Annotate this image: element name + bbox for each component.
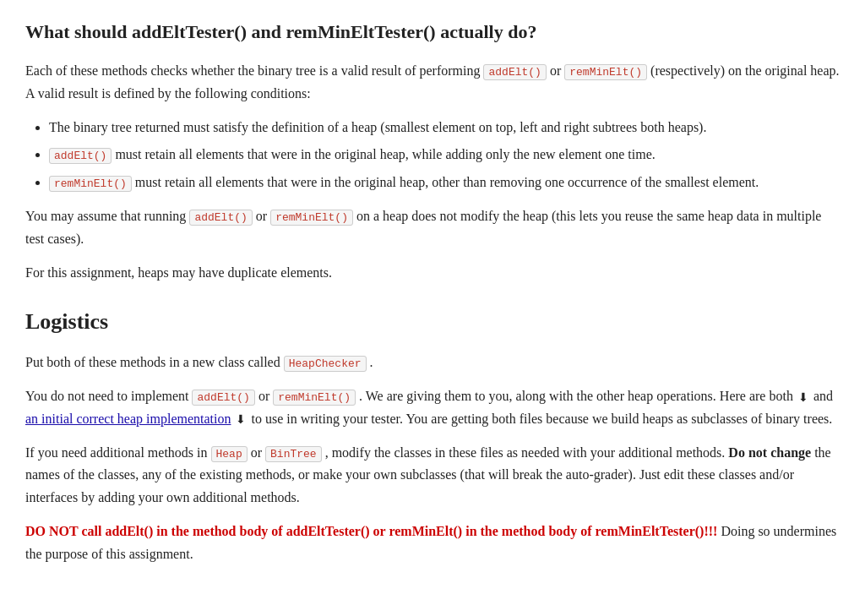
duplicate-text: For this assignment, heaps may have dupl… xyxy=(25,265,332,280)
conditions-list: The binary tree returned must satisfy th… xyxy=(49,117,840,194)
remminelt-code-1: remMinElt() xyxy=(564,64,647,80)
condition-2-text: must retain all elements that were in th… xyxy=(115,147,655,161)
logistics-heading: Logistics xyxy=(25,304,840,340)
logistics-p3-or: or xyxy=(251,445,265,460)
assume-or: or xyxy=(256,209,270,223)
logistics-p2-pre: You do not need to implement xyxy=(25,389,188,403)
page-heading: What should addEltTester() and remMinElt… xyxy=(25,17,840,46)
remminelt-code-bullet: remMinElt() xyxy=(49,176,132,192)
logistics-p3-pre: If you need additional methods in xyxy=(25,445,208,460)
heapchecker-code: HeapChecker xyxy=(284,356,367,372)
intro-text: Each of these methods checks whether the… xyxy=(25,63,480,78)
bintree-code: BinTree xyxy=(265,446,322,462)
condition-item-1: The binary tree returned must satisfy th… xyxy=(49,117,840,139)
download-icon-1: ⬇ xyxy=(798,388,808,407)
heap-implementation-link[interactable]: an initial correct heap implementation xyxy=(25,412,231,426)
addelt-code-assume: addElt() xyxy=(189,210,252,226)
condition-item-2: addElt() must retain all elements that w… xyxy=(49,144,840,166)
intro-paragraph: Each of these methods checks whether the… xyxy=(25,60,840,105)
logistics-paragraph-2: You do not need to implement addElt() or… xyxy=(25,385,840,430)
logistics-p2-mid: . We are giving them to you, along with … xyxy=(359,389,793,403)
addelt-code-bullet: addElt() xyxy=(49,148,112,164)
condition-1-text: The binary tree returned must satisfy th… xyxy=(49,120,706,134)
logistics-p2-post: to use in writing your tester. You are g… xyxy=(251,412,832,426)
logistics-paragraph-3: If you need additional methods in Heap o… xyxy=(25,442,840,509)
condition-3-text: must retain all elements that were in th… xyxy=(135,175,759,189)
remminelt-code-assume: remMinElt() xyxy=(270,210,353,226)
heap-code: Heap xyxy=(211,446,248,462)
download-icon-2: ⬇ xyxy=(236,410,246,429)
warning-bold-text: DO NOT call addElt() in the method body … xyxy=(25,524,717,538)
assume-paragraph: You may assume that running addElt() or … xyxy=(25,205,840,250)
logistics-p1-post: . xyxy=(370,355,373,369)
assume-text-1: You may assume that running xyxy=(25,209,186,223)
addelt-code-1: addElt() xyxy=(483,64,546,80)
duplicate-paragraph: For this assignment, heaps may have dupl… xyxy=(25,262,840,284)
logistics-p1-pre: Put both of these methods in a new class… xyxy=(25,355,280,369)
addelt-code-logistics: addElt() xyxy=(192,390,254,406)
logistics-p3-post: , modify the classes in these files as n… xyxy=(325,445,726,460)
or-text-1: or xyxy=(550,63,564,78)
remminelt-code-logistics: remMinElt() xyxy=(273,390,356,406)
do-not-change-text: Do not change xyxy=(728,445,811,460)
warning-paragraph: DO NOT call addElt() in the method body … xyxy=(25,521,840,565)
and-text: and xyxy=(813,389,833,403)
logistics-p2-or: or xyxy=(258,389,273,403)
condition-item-3: remMinElt() must retain all elements tha… xyxy=(49,172,840,194)
logistics-paragraph-1: Put both of these methods in a new class… xyxy=(25,352,840,373)
